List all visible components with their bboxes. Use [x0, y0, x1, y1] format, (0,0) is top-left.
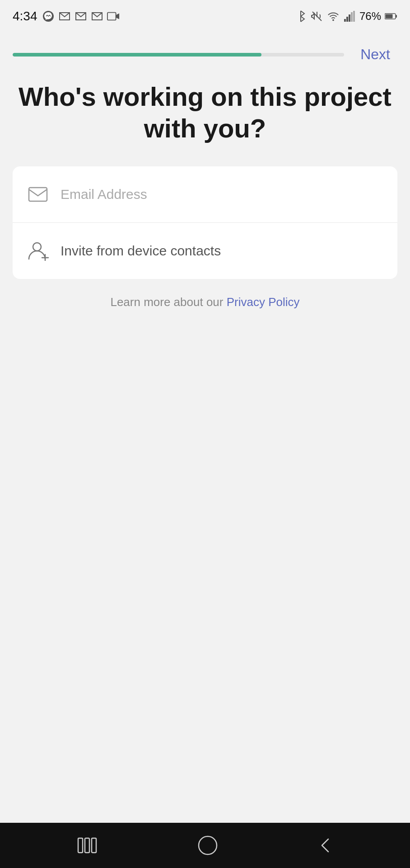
- email-row[interactable]: [13, 166, 397, 223]
- svg-rect-4: [344, 19, 346, 22]
- gmail-icon-3: [91, 10, 103, 23]
- svg-rect-18: [92, 838, 96, 853]
- header: Next: [0, 33, 410, 72]
- battery-icon: [385, 10, 397, 23]
- svg-rect-19: [199, 836, 217, 854]
- svg-rect-16: [78, 838, 83, 853]
- progress-container: [13, 53, 344, 57]
- wifi-icon: [327, 10, 340, 23]
- bluetooth-icon: [294, 10, 307, 23]
- email-icon: [26, 183, 50, 206]
- add-person-icon: [26, 239, 50, 263]
- messenger-icon: [42, 10, 55, 23]
- svg-rect-8: [353, 11, 355, 22]
- status-bar: 4:34: [0, 0, 410, 33]
- svg-rect-10: [396, 15, 397, 18]
- svg-rect-7: [351, 12, 353, 22]
- next-button[interactable]: Next: [353, 42, 397, 67]
- battery-percentage: 76%: [359, 10, 381, 23]
- privacy-policy-link[interactable]: Privacy Policy: [227, 295, 300, 309]
- privacy-static-text: Learn more about our: [110, 295, 226, 309]
- svg-rect-5: [346, 17, 348, 22]
- home-button[interactable]: [191, 828, 225, 863]
- progress-bar-background: [13, 53, 344, 57]
- recent-apps-button[interactable]: [70, 829, 104, 862]
- status-left: 4:34: [13, 9, 120, 24]
- privacy-text: Learn more about our Privacy Policy: [13, 295, 397, 309]
- system-icons: 76%: [294, 10, 397, 23]
- svg-rect-1: [107, 13, 116, 20]
- video-icon: [107, 10, 120, 23]
- nav-bar: [0, 823, 410, 868]
- signal-icon: [343, 10, 356, 23]
- gmail-icon-2: [75, 10, 87, 23]
- svg-point-13: [33, 243, 41, 251]
- progress-bar-fill: [13, 53, 261, 57]
- mute-icon: [311, 10, 323, 23]
- svg-rect-17: [85, 838, 89, 853]
- email-input[interactable]: [61, 187, 384, 202]
- back-button[interactable]: [311, 828, 340, 863]
- invite-contacts-row[interactable]: Invite from device contacts: [13, 223, 397, 279]
- main-content: Who's working on this project with you?: [0, 72, 410, 309]
- page-title: Who's working on this project with you?: [13, 81, 397, 144]
- gmail-icon-1: [58, 10, 71, 23]
- invite-contacts-label: Invite from device contacts: [61, 243, 221, 259]
- svg-point-3: [332, 19, 334, 21]
- invite-card: Invite from device contacts: [13, 166, 397, 279]
- status-right: 76%: [294, 10, 397, 23]
- status-notification-icons: [42, 10, 120, 23]
- svg-rect-6: [349, 14, 350, 22]
- svg-rect-12: [29, 188, 47, 201]
- status-time: 4:34: [13, 9, 37, 24]
- svg-rect-11: [386, 14, 393, 19]
